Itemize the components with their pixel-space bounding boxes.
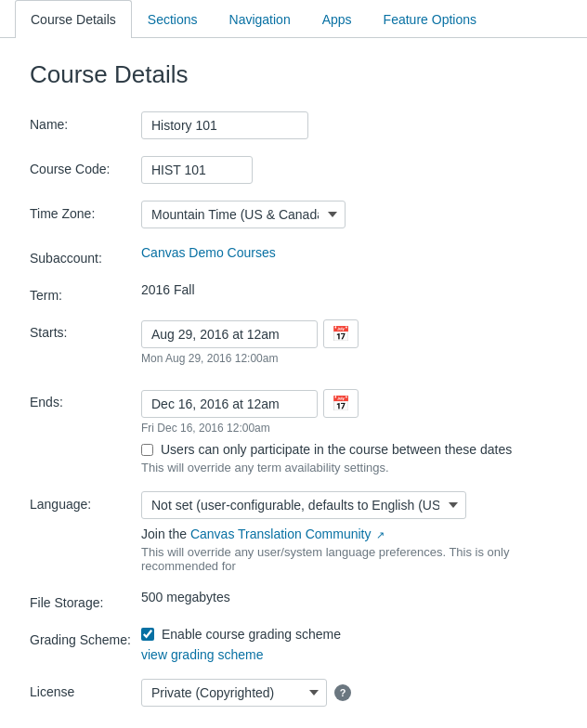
help-icon[interactable]: ? — [334, 684, 351, 701]
starts-field: 📅 Mon Aug 29, 2016 12:00am — [141, 319, 557, 372]
ends-date-row: 📅 — [141, 389, 557, 418]
course-code-input[interactable] — [141, 156, 253, 184]
license-row: License Private (Copyrighted) ? — [30, 679, 557, 707]
starts-calendar-button[interactable]: 📅 — [323, 319, 359, 348]
join-translation-text: Join the Canvas Translation Community ↗ — [141, 526, 557, 541]
canvas-translation-link[interactable]: Canvas Translation Community ↗ — [190, 526, 385, 541]
course-code-row: Course Code: — [30, 156, 557, 184]
tab-apps[interactable]: Apps — [307, 0, 368, 38]
tab-course-details[interactable]: Course Details — [15, 0, 132, 38]
subaccount-link[interactable]: Canvas Demo Courses — [141, 245, 276, 260]
ends-input[interactable] — [141, 390, 318, 418]
tab-feature-options[interactable]: Feature Options — [368, 0, 492, 38]
subaccount-field: Canvas Demo Courses — [141, 245, 557, 260]
grading-checkbox-row: Enable course grading scheme — [141, 627, 557, 642]
participate-label[interactable]: Users can only participate in the course… — [161, 442, 512, 457]
file-storage-row: File Storage: 500 megabytes — [30, 590, 557, 610]
main-content: Course Details Name: Course Code: Time Z… — [0, 38, 587, 728]
calendar-icon: 📅 — [332, 325, 350, 343]
timezone-label: Time Zone: — [30, 201, 141, 221]
ends-field: 📅 Fri Dec 16, 2016 12:00am Users can onl… — [141, 389, 557, 474]
grading-scheme-label: Grading Scheme: — [30, 627, 141, 647]
participate-hint: This will override any term availability… — [141, 461, 557, 474]
name-input[interactable] — [141, 111, 308, 139]
license-field: Private (Copyrighted) ? — [141, 679, 557, 707]
grading-scheme-checkbox[interactable] — [141, 628, 154, 641]
starts-label: Starts: — [30, 319, 141, 340]
ends-hint: Fri Dec 16, 2016 12:00am — [141, 422, 557, 435]
timezone-row: Time Zone: Mountain Time (US & Canada) (… — [30, 201, 557, 228]
subaccount-label: Subaccount: — [30, 245, 141, 266]
subaccount-row: Subaccount: Canvas Demo Courses — [30, 245, 557, 266]
starts-date-row: 📅 — [141, 319, 557, 348]
course-code-field — [141, 156, 557, 184]
starts-input[interactable] — [141, 320, 318, 348]
license-select-row: Private (Copyrighted) ? — [141, 679, 557, 707]
participate-checkbox[interactable] — [141, 444, 153, 456]
external-link-icon: ↗ — [376, 529, 385, 540]
tabs-container: Course Details Sections Navigation Apps … — [0, 0, 587, 38]
file-storage-label: File Storage: — [30, 590, 141, 610]
name-field — [141, 111, 557, 139]
timezone-field: Mountain Time (US & Canada) (· — [141, 201, 557, 228]
view-grading-scheme-link[interactable]: view grading scheme — [141, 647, 557, 662]
language-select[interactable]: Not set (user-configurable, defaults to … — [141, 491, 466, 519]
term-label: Term: — [30, 282, 141, 303]
ends-label: Ends: — [30, 389, 141, 410]
grading-scheme-row: Grading Scheme: Enable course grading sc… — [30, 627, 557, 662]
tab-sections[interactable]: Sections — [132, 0, 214, 38]
page-title: Course Details — [30, 60, 557, 89]
course-code-label: Course Code: — [30, 156, 141, 176]
starts-row: Starts: 📅 Mon Aug 29, 2016 12:00am — [30, 319, 557, 372]
language-row: Language: Not set (user-configurable, de… — [30, 491, 557, 573]
language-field: Not set (user-configurable, defaults to … — [141, 491, 557, 573]
term-field: 2016 Fall — [141, 282, 557, 297]
timezone-select[interactable]: Mountain Time (US & Canada) (· — [141, 201, 346, 228]
name-row: Name: — [30, 111, 557, 139]
grading-scheme-field: Enable course grading scheme view gradin… — [141, 627, 557, 662]
license-label: License — [30, 679, 141, 699]
license-select[interactable]: Private (Copyrighted) — [141, 679, 327, 707]
starts-hint: Mon Aug 29, 2016 12:00am — [141, 352, 557, 365]
ends-row: Ends: 📅 Fri Dec 16, 2016 12:00am Users c… — [30, 389, 557, 474]
grading-scheme-checkbox-label[interactable]: Enable course grading scheme — [162, 627, 341, 642]
term-row: Term: 2016 Fall — [30, 282, 557, 303]
name-label: Name: — [30, 111, 141, 132]
calendar-icon: 📅 — [332, 395, 350, 412]
language-override-hint: This will override any user/system langu… — [141, 545, 557, 573]
term-value: 2016 Fall — [141, 277, 195, 297]
file-storage-value: 500 megabytes — [141, 584, 230, 604]
language-label: Language: — [30, 491, 141, 512]
join-prefix: Join the — [141, 526, 187, 541]
participate-checkbox-row: Users can only participate in the course… — [141, 442, 557, 457]
file-storage-field: 500 megabytes — [141, 590, 557, 604]
tab-navigation[interactable]: Navigation — [214, 0, 307, 38]
ends-calendar-button[interactable]: 📅 — [323, 389, 359, 418]
